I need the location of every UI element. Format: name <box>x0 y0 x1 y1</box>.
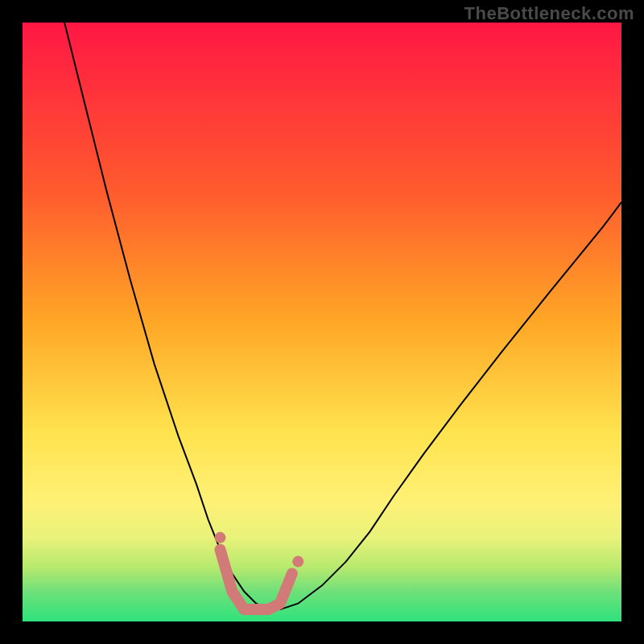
plot-area <box>23 23 621 621</box>
highlight-endpoint <box>215 532 226 543</box>
chart-frame: TheBottleneck.com <box>0 0 644 644</box>
watermark-text: TheBottleneck.com <box>464 3 634 24</box>
gradient-background <box>23 23 621 621</box>
highlight-endpoint <box>292 556 303 568</box>
plot-svg <box>23 23 621 621</box>
